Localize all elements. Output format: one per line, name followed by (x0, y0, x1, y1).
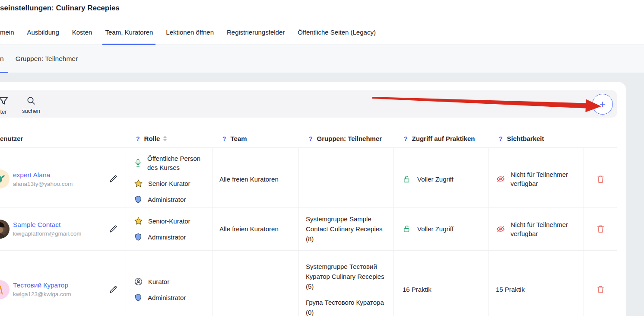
lock-open-icon (403, 175, 411, 184)
access-cell: Voller Zugriff (394, 207, 489, 250)
user-email: kwigaplatform@gmail.com (13, 230, 82, 237)
user-cell: expert Alana alana13ty@yahoo.com (0, 148, 126, 210)
groups-cell (299, 148, 394, 210)
tab-lektionen-oeffnen[interactable]: Lektionen öffnen (166, 20, 214, 45)
role-item: Senior-Kurator (134, 179, 208, 188)
role-item: Administrator (134, 293, 208, 302)
column-header-actions (584, 130, 617, 147)
delete-button[interactable] (596, 224, 606, 234)
sub-tabs: n Gruppen: Teilnehmer (0, 45, 644, 73)
visibility-cell: Nicht für Teilnehmer verfügbar (489, 148, 584, 210)
filter-button[interactable]: ter (0, 96, 11, 115)
tab-team-kuratoren[interactable]: Team, Kuratoren (105, 20, 153, 45)
user-email: alana13ty@yahoo.com (13, 181, 73, 187)
curators-table: enutzer ? Rolle ? Team ? Gruppen: Teilne… (0, 130, 617, 316)
avatar (0, 220, 10, 239)
pencil-icon (108, 174, 118, 184)
star-icon (134, 217, 143, 226)
table-row: Sample Contact kwigaplatform@gmail.com (0, 207, 617, 251)
roles-cell: Öffentliche Person des Kurses Senior-Kur… (126, 148, 213, 210)
filter-label: ter (0, 109, 6, 115)
visibility-cell: 15 Praktik (489, 251, 584, 316)
role-item: Kurator (134, 277, 208, 286)
avatar (0, 169, 10, 188)
shield-icon (134, 293, 143, 302)
tab-registrierungsfelder[interactable]: Registrierungsfelder (227, 20, 285, 45)
search-button[interactable]: suchen (21, 96, 41, 114)
trash-icon (596, 174, 606, 184)
role-item: Administrator (134, 195, 208, 204)
access-cell: 16 Praktik (394, 251, 489, 316)
avatar (0, 280, 10, 299)
user-info: expert Alana alana13ty@yahoo.com (13, 171, 73, 187)
user-cell: Тестовий Куратор kwiga123@kwiga.com (0, 251, 126, 316)
add-curator-button[interactable]: + (592, 94, 613, 115)
pencil-icon (108, 285, 118, 294)
title-bar: seinstellungen: Culinary Recepies (0, 0, 644, 20)
eye-off-icon (496, 224, 505, 234)
filter-icon (0, 96, 9, 107)
actions-cell (584, 148, 617, 210)
table-row: expert Alana alana13ty@yahoo.com (0, 148, 617, 207)
shield-icon (134, 195, 143, 204)
microphone-icon (134, 158, 142, 168)
table-header: enutzer ? Rolle ? Team ? Gruppen: Teilne… (0, 130, 617, 148)
visibility-cell: Nicht für Teilnehmer verfügbar (489, 207, 584, 250)
subtab-gruppen-teilnehmer[interactable]: Gruppen: Teilnehmer (16, 45, 78, 73)
eye-off-icon (496, 174, 505, 184)
page-title: seinstellungen: Culinary Recepies (0, 4, 120, 13)
search-icon (26, 96, 36, 106)
tab-kosten[interactable]: Kosten (72, 20, 92, 45)
course-settings-page: seinstellungen: Culinary Recepies mein A… (0, 0, 644, 316)
access-cell: Voller Zugriff (394, 148, 489, 210)
column-header-team: ? Team (213, 130, 299, 147)
pencil-icon (108, 224, 118, 234)
column-header-access: ? Zugriff auf Praktiken (394, 130, 489, 147)
help-icon[interactable]: ? (309, 135, 313, 142)
tab-ausbildung[interactable]: Ausbildung (27, 20, 59, 45)
user-name-link[interactable]: Тестовий Куратор (13, 281, 71, 289)
delete-button[interactable] (596, 174, 606, 184)
person-circle-icon (134, 277, 143, 286)
help-icon[interactable]: ? (136, 135, 140, 142)
tab-allgemein[interactable]: mein (0, 20, 14, 45)
team-panel: ter suchen + enutzer ? Rolle (0, 82, 626, 316)
edit-user-button[interactable] (108, 174, 118, 184)
role-item: Senior-Kurator (134, 217, 208, 226)
actions-cell (584, 207, 617, 250)
help-icon[interactable]: ? (222, 135, 226, 142)
delete-button[interactable] (596, 284, 606, 294)
team-cell: Alle freien Kuratoren (213, 148, 299, 210)
table-toolbar: ter suchen + (0, 90, 617, 118)
edit-user-button[interactable] (108, 285, 118, 294)
roles-cell: Kurator Administrator (126, 251, 213, 316)
user-cell: Sample Contact kwigaplatform@gmail.com (0, 207, 126, 250)
column-header-visibility: ? Sichtbarkeit (489, 130, 584, 147)
table-row: Тестовий Куратор kwiga123@kwiga.com (0, 251, 617, 316)
shield-icon (134, 233, 143, 242)
help-icon[interactable]: ? (404, 135, 408, 142)
subtab-current[interactable]: n (0, 45, 4, 73)
role-item: Administrator (134, 233, 208, 242)
trash-icon (596, 224, 606, 234)
groups-cell: Systemgruppe Sample Contact Culinary Rec… (299, 207, 394, 250)
group-item: Systemgruppe Тестовий Куратор Culinary R… (306, 262, 387, 291)
column-header-user: enutzer (0, 130, 126, 147)
user-email: kwiga123@kwiga.com (13, 291, 71, 297)
group-item: Systemgruppe Sample Contact Culinary Rec… (306, 214, 387, 244)
star-icon (134, 179, 143, 188)
team-cell (213, 251, 299, 316)
user-name-link[interactable]: expert Alana (13, 171, 73, 179)
team-cell: Alle freien Kuratoren (213, 207, 299, 250)
tab-oeffentliche-seiten[interactable]: Öffentliche Seiten (Legacy) (298, 20, 376, 45)
column-header-groups: ? Gruppen: Teilnehmer (299, 130, 394, 147)
edit-user-button[interactable] (108, 224, 118, 234)
role-item: Öffentliche Person des Kurses (134, 154, 208, 172)
lock-open-icon (403, 224, 411, 233)
group-item: Група Тестового Куратора (0) (306, 297, 387, 316)
user-info: Sample Contact kwigaplatform@gmail.com (13, 221, 82, 237)
roles-cell: Senior-Kurator Administrator (126, 207, 213, 250)
help-icon[interactable]: ? (499, 135, 503, 142)
user-name-link[interactable]: Sample Contact (13, 221, 82, 229)
sort-toggle[interactable] (163, 136, 167, 141)
